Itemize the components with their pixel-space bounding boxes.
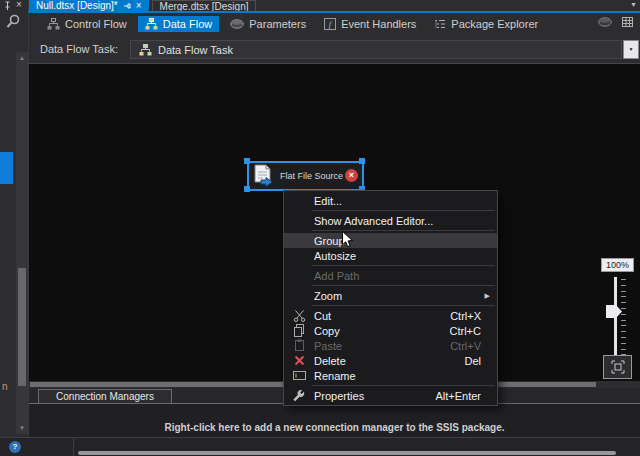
menu-item-group[interactable]: Group xyxy=(284,233,497,248)
flat-file-source-component[interactable]: Flat File Source × xyxy=(247,161,364,191)
tab-label: Null.dtsx [Design]* xyxy=(36,0,118,11)
mouse-cursor xyxy=(341,230,354,249)
submenu-arrow-icon: ▶ xyxy=(485,292,490,300)
parameters-icon xyxy=(230,19,244,29)
task-selector-combo[interactable]: Data Flow Task xyxy=(130,40,622,59)
tab-merge-dtsx[interactable]: Merge.dtsx [Design] xyxy=(152,0,257,11)
zoom-level-button[interactable]: 100% xyxy=(601,258,634,272)
selection-handle[interactable] xyxy=(359,158,365,164)
task-selector-row: Data Flow Task: Data Flow Task ▼ xyxy=(29,35,640,63)
package-explorer-icon xyxy=(434,18,446,30)
data-flow-icon xyxy=(145,18,158,30)
delete-x-icon xyxy=(292,354,306,367)
zoom-slider-ticks xyxy=(621,279,626,355)
scrollbar-thumb[interactable] xyxy=(18,268,26,386)
connection-managers-hint: Right-click here to add a new connection… xyxy=(164,422,504,433)
menu-item-cut[interactable]: Cut Ctrl+X xyxy=(284,308,497,323)
connection-managers-tab[interactable]: Connection Managers xyxy=(38,389,172,404)
tab-package-explorer[interactable]: Package Explorer xyxy=(427,16,545,32)
help-icon[interactable]: ? xyxy=(9,441,21,453)
tab-data-flow[interactable]: Data Flow xyxy=(138,16,220,32)
tab-label: Data Flow xyxy=(163,18,213,30)
menu-separator xyxy=(312,210,495,211)
error-badge-icon: × xyxy=(345,169,358,182)
zoom-fit-button[interactable] xyxy=(603,355,632,379)
toolbox-clipped-text: n xyxy=(2,381,8,392)
tab-control-flow[interactable]: Control Flow xyxy=(40,16,134,32)
control-flow-icon xyxy=(47,18,60,30)
menu-item-zoom[interactable]: Zoom ▶ xyxy=(284,288,497,303)
menu-item-edit[interactable]: Edit... xyxy=(284,193,497,208)
tab-label: Parameters xyxy=(249,18,306,30)
search-icon[interactable] xyxy=(6,14,21,29)
menu-item-copy[interactable]: Copy Ctrl+C xyxy=(284,323,497,338)
tab-close-icon[interactable]: × xyxy=(136,1,142,11)
toolbox-vertical-scrollbar[interactable]: ▲ ▼ xyxy=(16,52,28,434)
menu-separator xyxy=(312,230,495,231)
pin-icon[interactable] xyxy=(3,1,12,11)
designer-toolbar: Control Flow Data Flow Parameters f Even… xyxy=(29,13,640,35)
ssis-designer-window: × n ▲ ▼ Null.dtsx [Design]* × Merge.dtsx… xyxy=(0,0,640,456)
component-label: Flat File Source xyxy=(280,171,343,181)
menu-separator xyxy=(312,305,495,306)
fit-to-window-icon xyxy=(611,360,625,374)
svg-text:f: f xyxy=(329,19,333,29)
rename-icon xyxy=(292,369,306,382)
context-menu: Edit... Show Advanced Editor... Group Au… xyxy=(283,190,498,406)
copy-icon xyxy=(292,324,306,337)
tab-pin-icon[interactable] xyxy=(123,2,131,10)
menu-separator xyxy=(312,265,495,266)
menu-item-paste: Paste Ctrl+V xyxy=(284,338,497,353)
event-handlers-icon: f xyxy=(324,18,336,30)
menu-item-delete[interactable]: Delete Del xyxy=(284,353,497,368)
tab-label: Event Handlers xyxy=(341,18,416,30)
selection-handle[interactable] xyxy=(244,186,250,192)
toolbox-selected-item[interactable] xyxy=(0,152,13,184)
close-icon[interactable]: × xyxy=(16,0,22,10)
parameters-window-icon[interactable] xyxy=(598,17,612,27)
menu-item-show-advanced-editor[interactable]: Show Advanced Editor... xyxy=(284,213,497,228)
menu-separator xyxy=(312,285,495,286)
tab-label: Control Flow xyxy=(65,18,127,30)
tab-label: Merge.dtsx [Design] xyxy=(160,1,249,12)
tab-null-dtsx[interactable]: Null.dtsx [Design]* × xyxy=(29,0,149,11)
bottom-divider xyxy=(73,438,74,456)
flat-file-source-icon xyxy=(252,164,276,188)
tab-parameters[interactable]: Parameters xyxy=(223,16,313,32)
variables-grid-icon[interactable] xyxy=(621,16,634,28)
paste-icon xyxy=(292,339,306,352)
menu-separator xyxy=(312,385,495,386)
task-selector-label: Data Flow Task: xyxy=(40,43,118,55)
tab-overflow-icon[interactable]: ▼ xyxy=(630,1,637,8)
data-flow-task-icon xyxy=(139,44,152,56)
combo-dropdown-button[interactable]: ▼ xyxy=(623,40,639,59)
menu-item-autosize[interactable]: Autosize xyxy=(284,248,497,263)
task-selector-value: Data Flow Task xyxy=(158,44,233,56)
connection-managers-pane[interactable]: Right-click here to add a new connection… xyxy=(29,404,640,437)
scroll-up-icon[interactable]: ▲ xyxy=(16,54,28,62)
menu-item-add-path: Add Path xyxy=(284,268,497,283)
tab-event-handlers[interactable]: f Event Handlers xyxy=(317,16,423,32)
menu-item-properties[interactable]: Properties Alt+Enter xyxy=(284,388,497,403)
selection-handle[interactable] xyxy=(244,158,250,164)
bottom-scrollbar-thumb[interactable] xyxy=(78,451,616,455)
scissors-icon xyxy=(292,309,306,322)
bottom-strip: ? xyxy=(0,438,640,456)
menu-item-rename[interactable]: Rename xyxy=(284,368,497,383)
toolbox-strip: × n ▲ ▼ xyxy=(0,0,28,438)
tab-label: Package Explorer xyxy=(451,18,538,30)
document-tab-bar: Null.dtsx [Design]* × Merge.dtsx [Design… xyxy=(29,0,640,11)
wrench-icon xyxy=(292,389,306,402)
scroll-down-icon[interactable]: ▼ xyxy=(16,424,28,432)
